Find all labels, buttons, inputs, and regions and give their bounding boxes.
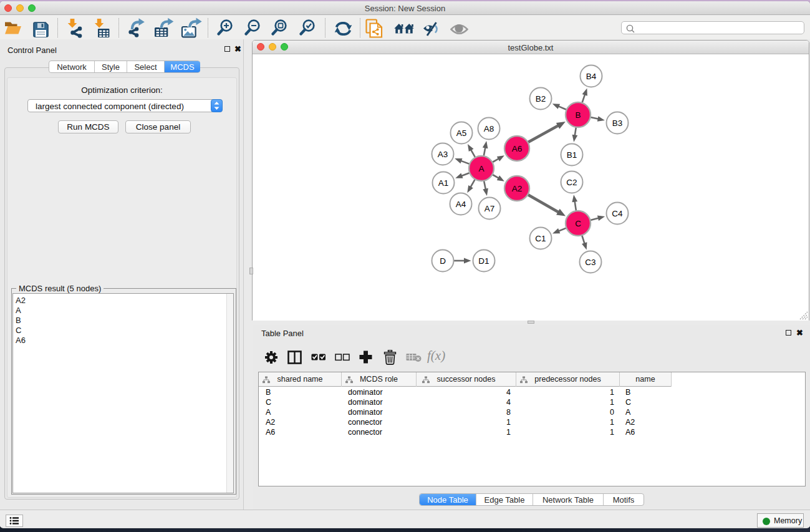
svg-text:B2: B2 xyxy=(536,94,546,104)
svg-text:D1: D1 xyxy=(478,256,489,266)
svg-text:A: A xyxy=(478,164,484,173)
svg-text:C1: C1 xyxy=(535,234,546,243)
svg-text:A2: A2 xyxy=(512,184,523,193)
svg-text:C2: C2 xyxy=(566,178,577,187)
svg-text:A1: A1 xyxy=(438,178,449,188)
svg-text:C4: C4 xyxy=(612,209,623,218)
svg-text:A3: A3 xyxy=(438,150,448,159)
svg-text:B: B xyxy=(575,110,581,120)
svg-text:A4: A4 xyxy=(456,200,466,209)
svg-text:A5: A5 xyxy=(456,128,467,138)
svg-text:B1: B1 xyxy=(567,150,577,160)
svg-text:A8: A8 xyxy=(484,124,494,133)
svg-text:B3: B3 xyxy=(612,118,623,128)
svg-text:B4: B4 xyxy=(586,72,597,81)
svg-text:C3: C3 xyxy=(585,258,595,267)
svg-text:A6: A6 xyxy=(512,144,523,153)
svg-text:A7: A7 xyxy=(485,204,495,213)
svg-text:C: C xyxy=(575,219,581,228)
svg-text:D: D xyxy=(440,256,446,266)
